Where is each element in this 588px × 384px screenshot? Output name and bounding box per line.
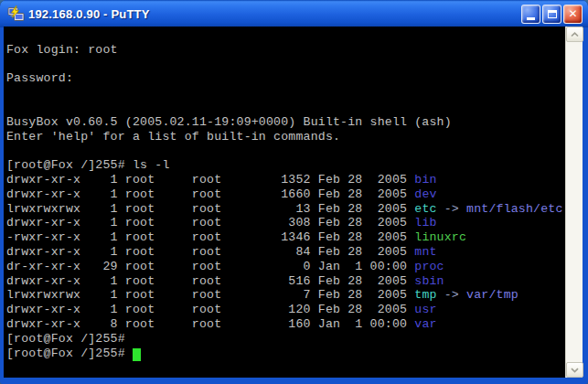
terminal-text: var — [414, 317, 436, 331]
terminal-text: sbin — [414, 274, 444, 288]
terminal-text: lrwxrwxrwx 1 root root 13 Feb 28 2005 — [6, 202, 414, 216]
terminal-text: dr-xr-xr-x 29 root root 0 Jan 1 00:00 — [6, 260, 414, 273]
terminal-text: drwxr-xr-x 8 root root 160 Jan 1 00:00 — [6, 317, 414, 331]
terminal-text: Fox login: root — [6, 43, 118, 57]
close-icon: ✕ — [568, 8, 577, 19]
terminal-text: etc — [414, 202, 436, 216]
terminal-text: lib — [414, 216, 436, 229]
terminal-line: drwxr-xr-x 1 root root 1660 Feb 28 2005 … — [6, 187, 565, 202]
terminal-text: BusyBox v0.60.5 (2005.02.11-19:09+0000) … — [6, 115, 452, 129]
terminal-text: tmp — [414, 288, 436, 302]
chevron-up-icon — [571, 32, 579, 37]
terminal-text: drwxr-xr-x 1 root root 120 Feb 28 2005 — [6, 303, 414, 316]
titlebar[interactable]: 192.168.0.90 - PuTTY ✕ — [0, 0, 588, 27]
minimize-icon — [527, 17, 535, 20]
scroll-down-button[interactable] — [566, 362, 583, 378]
terminal-line — [6, 144, 565, 158]
terminal-text: lrwxrwxrwx 1 root root 7 Feb 28 2005 — [6, 288, 414, 302]
terminal-text: drwxr-xr-x 1 root root 1352 Feb 28 2005 — [6, 173, 414, 187]
terminal-line: Password: — [6, 71, 565, 86]
terminal-text: [root@Fox /]255# ls -l — [6, 158, 170, 172]
terminal-line: drwxr-xr-x 1 root root 308 Feb 28 2005 l… — [6, 216, 565, 230]
maximize-icon — [548, 10, 557, 18]
scrollbar[interactable] — [565, 27, 583, 378]
terminal-cursor — [133, 348, 141, 361]
terminal-line: [root@Fox /]255# — [6, 332, 565, 347]
terminal-line — [6, 58, 565, 72]
terminal-line — [6, 28, 565, 43]
terminal-text: linuxrc — [414, 230, 466, 244]
terminal-text: drwxr-xr-x 1 root root 1660 Feb 28 2005 — [6, 187, 414, 201]
terminal-line: BusyBox v0.60.5 (2005.02.11-19:09+0000) … — [6, 115, 565, 130]
terminal-line: lrwxrwxrwx 1 root root 7 Feb 28 2005 tmp… — [6, 288, 565, 303]
terminal-line: drwxr-xr-x 1 root root 516 Feb 28 2005 s… — [6, 274, 565, 289]
terminal-line: Enter 'help' for a list of built-in comm… — [6, 130, 565, 144]
terminal-text: [root@Fox /]255# — [6, 332, 125, 346]
putty-icon — [7, 5, 25, 23]
terminal-line: [root@Fox /]255# ls -l — [6, 158, 565, 173]
window-title: 192.168.0.90 - PuTTY — [28, 7, 521, 21]
terminal-line: drwxr-xr-x 1 root root 1352 Feb 28 2005 … — [6, 173, 565, 187]
terminal-text: usr — [414, 303, 436, 316]
chevron-down-icon — [571, 368, 579, 373]
terminal-text: Password: — [6, 71, 73, 85]
terminal-text: mnt — [414, 245, 436, 259]
terminal-line — [6, 86, 565, 101]
terminal-text: var/tmp — [466, 288, 519, 302]
terminal-text: -rwxr-xr-x 1 root root 1346 Feb 28 2005 — [6, 230, 414, 244]
putty-window: 192.168.0.90 - PuTTY ✕ Fox login: root P… — [0, 0, 588, 384]
terminal-text: proc — [414, 260, 444, 273]
terminal-text: [root@Fox /]255# — [6, 347, 133, 360]
terminal-line: drwxr-xr-x 1 root root 120 Feb 28 2005 u… — [6, 303, 565, 317]
terminal-text: drwxr-xr-x 1 root root 84 Feb 28 2005 — [6, 245, 414, 259]
terminal-line — [6, 101, 565, 115]
terminal-line: drwxr-xr-x 1 root root 84 Feb 28 2005 mn… — [6, 245, 565, 260]
terminal-text: Enter 'help' for a list of built-in comm… — [6, 130, 340, 144]
terminal-text: drwxr-xr-x 1 root root 308 Feb 28 2005 — [6, 216, 414, 229]
terminal-text: dev — [414, 187, 436, 201]
terminal-text: -> — [437, 288, 466, 302]
terminal-line: drwxr-xr-x 8 root root 160 Jan 1 00:00 v… — [6, 317, 565, 332]
terminal-text: drwxr-xr-x 1 root root 516 Feb 28 2005 — [6, 274, 414, 288]
terminal-line: lrwxrwxrwx 1 root root 13 Feb 28 2005 et… — [6, 202, 565, 217]
terminal-line: Fox login: root — [6, 43, 565, 58]
terminal-line: dr-xr-xr-x 29 root root 0 Jan 1 00:00 pr… — [6, 260, 565, 274]
scrollbar-track[interactable] — [566, 42, 583, 362]
window-controls: ✕ — [521, 5, 583, 24]
terminal-line: [root@Fox /]255# — [6, 347, 565, 361]
terminal-text: bin — [414, 173, 436, 187]
close-button[interactable]: ✕ — [563, 5, 583, 24]
terminal-screen[interactable]: Fox login: root Password: BusyBox v0.60.… — [4, 27, 565, 378]
terminal-line: -rwxr-xr-x 1 root root 1346 Feb 28 2005 … — [6, 230, 565, 245]
terminal-text: -> — [437, 202, 466, 216]
maximize-button[interactable] — [542, 5, 561, 24]
minimize-button[interactable] — [521, 5, 540, 24]
terminal-text: mnt/flash/etc — [466, 202, 562, 216]
scroll-up-button[interactable] — [566, 27, 583, 42]
